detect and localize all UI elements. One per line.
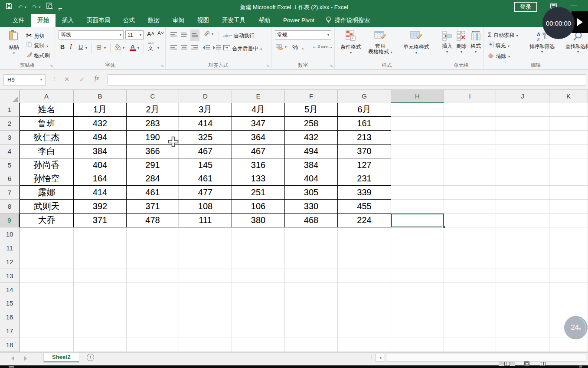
row-header-1[interactable]: 1: [0, 103, 20, 117]
delete-dropdown-icon[interactable]: ▾: [454, 50, 468, 54]
cell-E18[interactable]: [232, 338, 285, 352]
tab-视图[interactable]: 视图: [191, 14, 216, 27]
phonetic-dropdown-icon[interactable]: ▾: [157, 46, 159, 50]
cell-C13[interactable]: [127, 269, 179, 283]
cell-J17[interactable]: [496, 324, 549, 338]
cell-A7[interactable]: 露娜: [20, 186, 74, 200]
cell-J1[interactable]: [496, 103, 549, 117]
cell-B12[interactable]: [74, 255, 127, 269]
cell-H4[interactable]: [391, 145, 444, 158]
cell-A13[interactable]: [20, 269, 74, 283]
cell-A5[interactable]: 孙尚香: [20, 158, 74, 172]
cell-I8[interactable]: [444, 200, 496, 214]
cell-J4[interactable]: [496, 145, 549, 158]
cell-G18[interactable]: [338, 338, 391, 352]
format-as-table-dropdown-icon[interactable]: ▾: [391, 50, 392, 54]
cell-F18[interactable]: [285, 338, 338, 352]
cell-B18[interactable]: [74, 338, 127, 352]
tab-审阅[interactable]: 审阅: [166, 14, 191, 27]
col-header-H[interactable]: H: [391, 90, 444, 103]
col-header-J[interactable]: J: [496, 90, 549, 103]
enter-icon[interactable]: ✓: [79, 76, 85, 83]
cell-J14[interactable]: [496, 283, 549, 297]
add-sheet-icon[interactable]: +: [87, 354, 94, 361]
cell-F17[interactable]: [285, 324, 338, 338]
cell-H16[interactable]: [391, 310, 444, 324]
tell-me-search[interactable]: 操作说明搜索: [325, 14, 370, 27]
cell-J15[interactable]: [496, 296, 549, 310]
cell-C16[interactable]: [127, 310, 179, 324]
col-header-K[interactable]: K: [549, 90, 588, 103]
orientation-dropdown-icon[interactable]: ▾: [212, 32, 213, 36]
cell-H2[interactable]: [391, 117, 444, 131]
underline-button[interactable]: U: [78, 43, 83, 50]
cell-H12[interactable]: [391, 255, 444, 269]
cell-G5[interactable]: 127: [338, 158, 391, 172]
cell-K14[interactable]: [549, 283, 588, 297]
tab-开发工具[interactable]: 开发工具: [216, 14, 252, 27]
tab-页面布局[interactable]: 页面布局: [80, 14, 117, 27]
font-name-select[interactable]: 等线▾: [59, 30, 124, 39]
number-format-select[interactable]: 常规▾: [275, 30, 331, 39]
cell-F13[interactable]: [285, 269, 338, 283]
decrease-decimal-icon[interactable]: .00→: [323, 44, 333, 49]
cell-C2[interactable]: 283: [127, 117, 179, 131]
cell-A2[interactable]: 鲁班: [20, 117, 74, 131]
cell-D5[interactable]: 145: [179, 158, 232, 172]
cell-H13[interactable]: [391, 269, 444, 283]
cell-G12[interactable]: [338, 255, 391, 269]
underline-dropdown-icon[interactable]: ▾: [85, 46, 87, 50]
row-header-13[interactable]: 13: [0, 269, 20, 283]
cell-K3[interactable]: [549, 131, 588, 145]
increase-indent-icon[interactable]: [213, 44, 221, 52]
cell-H3[interactable]: [391, 131, 444, 145]
cell-H8[interactable]: [391, 200, 444, 214]
cell-E10[interactable]: [232, 227, 285, 241]
cell-G3[interactable]: 213: [338, 131, 391, 145]
cell-F15[interactable]: [285, 296, 338, 310]
cell-I5[interactable]: [444, 158, 496, 172]
page-break-view-icon[interactable]: [534, 361, 551, 366]
formula-bar-splitter[interactable]: ⋮: [52, 76, 57, 82]
cell-F6[interactable]: 404: [285, 172, 338, 186]
cell-I17[interactable]: [444, 324, 496, 338]
cell-D14[interactable]: [179, 283, 232, 297]
fill-color-dropdown-icon[interactable]: ▾: [123, 46, 124, 50]
borders-dropdown-icon[interactable]: ▾: [104, 46, 106, 50]
phonetic-guide-button[interactable]: wén文: [148, 42, 154, 52]
cell-K6[interactable]: [549, 172, 588, 186]
cell-C12[interactable]: [127, 255, 179, 269]
clear-button[interactable]: 清除 ▾: [488, 52, 510, 60]
cell-I11[interactable]: [444, 241, 496, 255]
col-header-B[interactable]: B: [74, 90, 127, 103]
borders-icon[interactable]: ⊞: [96, 43, 102, 51]
row-header-18[interactable]: 18: [0, 338, 20, 352]
tab-帮助[interactable]: 帮助: [252, 14, 277, 27]
sheet-tab-active[interactable]: Sheet2: [43, 353, 79, 362]
cell-D10[interactable]: [179, 227, 232, 241]
page-layout-view-icon[interactable]: [519, 361, 535, 366]
cell-D7[interactable]: 477: [179, 186, 232, 200]
cell-D3[interactable]: 325: [179, 131, 232, 145]
cell-E2[interactable]: 347: [232, 117, 285, 131]
font-size-select[interactable]: 11▾: [125, 30, 144, 39]
cell-E15[interactable]: [232, 296, 285, 310]
cell-C6[interactable]: 284: [127, 172, 179, 186]
row-header-12[interactable]: 12: [0, 255, 20, 269]
format-dropdown-icon[interactable]: ▾: [469, 50, 483, 54]
cell-J18[interactable]: [496, 338, 549, 352]
row-header-16[interactable]: 16: [0, 310, 20, 324]
row-header-10[interactable]: 10: [0, 227, 20, 241]
cell-K4[interactable]: [549, 145, 588, 158]
row-header-14[interactable]: 14: [0, 283, 20, 297]
cell-I1[interactable]: [444, 103, 496, 117]
cell-D4[interactable]: 467: [179, 145, 232, 158]
align-left-icon[interactable]: [170, 44, 177, 52]
tab-插入[interactable]: 插入: [56, 14, 80, 27]
cell-B4[interactable]: 384: [74, 145, 127, 158]
cell-I12[interactable]: [444, 255, 496, 269]
row-header-9[interactable]: 9: [0, 214, 20, 227]
cell-I9[interactable]: [444, 214, 496, 227]
clear-dropdown-icon[interactable]: ▾: [508, 55, 510, 59]
autosum-dropdown-icon[interactable]: ▾: [516, 34, 518, 38]
